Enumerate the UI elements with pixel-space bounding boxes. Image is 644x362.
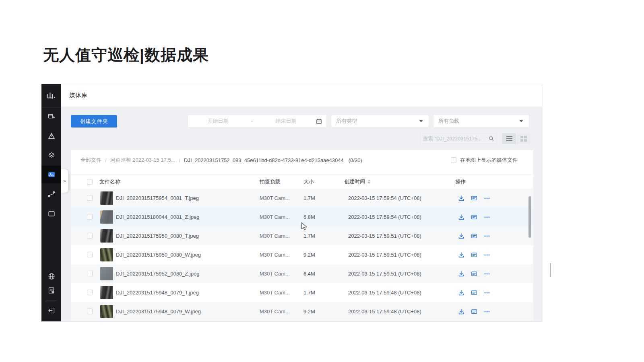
task-log-icon — [47, 286, 56, 295]
sidebar-divider — [46, 300, 57, 300]
globe-icon — [47, 272, 56, 281]
sidebar-item-media-library[interactable] — [41, 168, 61, 181]
table-row[interactable]: DJI_20220315175952_0080_Z.jpeg M30T Cam.… — [71, 264, 533, 283]
page-scrollbar-thumb[interactable] — [550, 263, 551, 277]
size-cell: 1.7M — [303, 283, 315, 302]
row-checkbox[interactable] — [87, 214, 93, 220]
more-actions-button[interactable] — [484, 195, 490, 202]
breadcrumb-item[interactable]: 河道巡检 2022-03-15 17:5... — [110, 156, 175, 164]
sidebar-item-devices[interactable] — [41, 109, 61, 123]
page-title: 无人值守巡检|数据成果 — [43, 44, 209, 66]
file-thumbnail[interactable] — [100, 267, 113, 280]
select-all-checkbox[interactable] — [87, 179, 93, 185]
layers-icon — [47, 151, 56, 160]
payload-filter-dropdown[interactable]: 所有负载 — [433, 115, 529, 128]
search-input[interactable] — [423, 136, 489, 142]
row-checkbox[interactable] — [87, 252, 93, 257]
file-panel: 全部文件/河道巡检 2022-03-15 17:5.../DJI_2022031… — [71, 150, 533, 321]
sidebar-item-routes[interactable] — [41, 187, 61, 201]
breadcrumb-separator: / — [179, 157, 180, 163]
row-actions — [458, 283, 490, 302]
more-actions-button[interactable] — [484, 252, 490, 258]
preview-on-map-button[interactable] — [471, 271, 477, 277]
row-actions — [458, 302, 490, 321]
panel-scrollbar-thumb[interactable] — [528, 196, 531, 238]
created-header-label: 创建时间 — [344, 175, 365, 189]
list-view-button[interactable] — [502, 133, 516, 144]
download-button[interactable] — [458, 233, 464, 239]
payload-cell: M30T Cam... — [260, 208, 290, 226]
sidebar-item-logout[interactable] — [41, 304, 61, 317]
type-filter-value: 所有类型 — [336, 117, 357, 125]
table-row[interactable]: DJI_20220315175948_0079_T.jpeg M30T Cam.… — [71, 283, 533, 302]
breadcrumb-item: DJI_202203151752_093_45e611bd-d82c-4733-… — [184, 157, 344, 163]
create-folder-button[interactable]: 创建文件夹 — [71, 115, 117, 128]
sidebar-item-schedule[interactable] — [41, 207, 61, 220]
search-box[interactable] — [420, 133, 497, 144]
table-row[interactable]: DJI_20220315175950_0080_T.jpeg M30T Cam.… — [71, 226, 533, 245]
more-actions-button[interactable] — [484, 214, 490, 220]
file-name[interactable]: DJI_20220315175950_0080_T.jpeg — [116, 226, 199, 245]
more-actions-button[interactable] — [484, 290, 490, 296]
end-date-field[interactable]: 结束日期 — [256, 117, 316, 125]
column-header-created[interactable]: 创建时间 — [344, 175, 371, 189]
preview-on-map-button[interactable] — [471, 233, 477, 239]
file-name[interactable]: DJI_20220315175952_0080_Z.jpeg — [116, 264, 199, 283]
type-filter-dropdown[interactable]: 所有类型 — [331, 115, 429, 128]
table-row[interactable]: DJI_20220315175954_0081_T.jpeg M30T Cam.… — [71, 189, 533, 208]
row-checkbox[interactable] — [87, 271, 93, 276]
download-button[interactable] — [458, 252, 464, 258]
sidebar-item-map[interactable] — [41, 129, 61, 143]
row-checkbox[interactable] — [87, 290, 93, 295]
calendar-icon — [47, 209, 56, 218]
column-header-name: 文件名称 — [99, 175, 120, 189]
preview-on-map-button[interactable] — [471, 252, 477, 258]
more-actions-button[interactable] — [484, 309, 490, 315]
file-thumbnail[interactable] — [100, 229, 113, 243]
file-thumbnail[interactable] — [100, 191, 113, 205]
size-cell: 1.7M — [303, 226, 315, 245]
sidebar-divider — [41, 107, 61, 108]
search-icon — [489, 136, 494, 141]
download-button[interactable] — [458, 271, 464, 277]
created-cell: 2022-03-15 17:59:48 (UTC+08) — [348, 283, 421, 302]
file-name[interactable]: DJI_20220315175948_0079_W.jpeg — [116, 302, 201, 321]
map-display-checkbox[interactable] — [451, 157, 456, 163]
sidebar-item-layers[interactable] — [41, 148, 61, 162]
row-checkbox[interactable] — [87, 195, 93, 201]
file-thumbnail[interactable] — [100, 286, 113, 299]
file-thumbnail[interactable] — [100, 210, 113, 224]
table-body: DJI_20220315175954_0081_T.jpeg M30T Cam.… — [71, 189, 533, 321]
table-row[interactable]: DJI_20220315175950_0080_W.jpeg M30T Cam.… — [71, 245, 533, 264]
more-actions-button[interactable] — [484, 233, 490, 239]
file-name[interactable]: DJI_20220315180044_0081_Z.jpeg — [116, 208, 199, 226]
media-library-icon — [47, 170, 56, 179]
download-button[interactable] — [458, 290, 464, 296]
start-date-field[interactable]: 开始日期 — [188, 117, 248, 125]
preview-on-map-button[interactable] — [471, 195, 477, 202]
table-row[interactable]: DJI_20220315175948_0079_W.jpeg M30T Cam.… — [71, 302, 533, 321]
file-name[interactable]: DJI_20220315175950_0080_W.jpeg — [116, 245, 201, 264]
file-thumbnail[interactable] — [100, 305, 113, 318]
file-name[interactable]: DJI_20220315175954_0081_T.jpeg — [116, 189, 199, 208]
sidebar-item-language[interactable] — [41, 269, 61, 283]
grid-view-button[interactable] — [517, 133, 530, 144]
preview-on-map-button[interactable] — [471, 309, 477, 315]
sort-icon[interactable] — [367, 180, 371, 184]
breadcrumb-item[interactable]: 全部文件 — [80, 156, 101, 164]
download-button[interactable] — [458, 214, 464, 220]
more-actions-button[interactable] — [484, 271, 490, 277]
preview-on-map-button[interactable] — [471, 214, 477, 220]
download-button[interactable] — [458, 309, 464, 315]
download-button[interactable] — [458, 195, 464, 202]
file-thumbnail[interactable] — [100, 248, 113, 261]
sidebar-item-logs[interactable] — [41, 284, 61, 297]
row-checkbox[interactable] — [87, 233, 93, 239]
row-checkbox[interactable] — [87, 309, 93, 314]
file-name[interactable]: DJI_20220315175948_0079_T.jpeg — [116, 283, 199, 302]
sidebar-expand-button[interactable]: » — [61, 169, 68, 193]
preview-on-map-button[interactable] — [471, 290, 477, 296]
table-row[interactable]: DJI_20220315180044_0081_Z.jpeg M30T Cam.… — [71, 208, 533, 226]
row-actions — [458, 264, 490, 283]
date-range-picker[interactable]: 开始日期 - 结束日期 — [188, 115, 327, 128]
